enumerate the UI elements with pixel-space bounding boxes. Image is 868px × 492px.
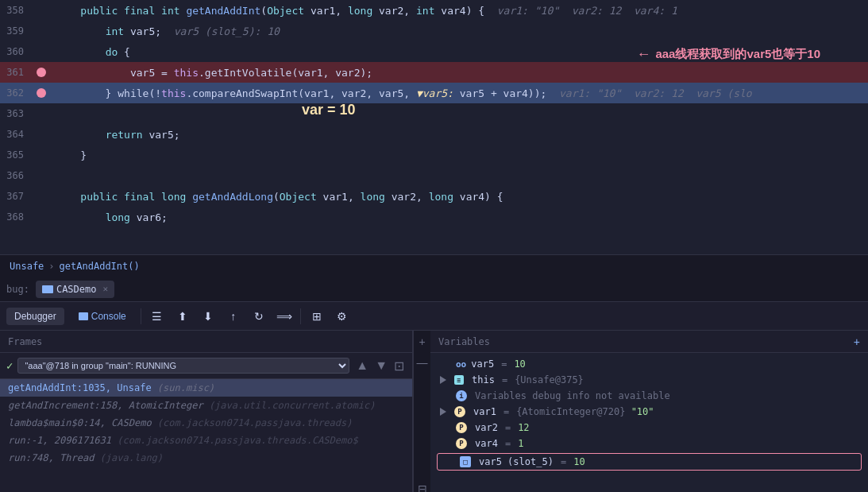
thread-up-button[interactable]: ▲ [354,358,370,374]
line-number-363: 363 [0,108,33,119]
line-number-362: 362 [0,87,33,99]
step-into-button[interactable]: ⬇ [199,307,218,326]
variables-panel: Variables + oo var5 = 10 ≡ this = [430,331,868,492]
breadcrumb-sep: › [48,261,54,272]
side-action-2[interactable]: — [415,354,430,370]
var-eq-this: = [502,374,507,385]
var-icon-p-var4: P [456,438,467,449]
tab-close-icon[interactable]: ✕ [102,284,108,294]
code-content-368: long var6; [49,211,868,223]
breakpoint-dot-361 [37,68,46,77]
code-lines: 358 public final int getAndAddInt(Object… [0,0,868,227]
table-button[interactable]: ⊞ [307,307,326,326]
annotation-text: aaa线程获取到的var5也等于10 [655,47,820,62]
frame-item-4[interactable]: run:748, Thread (java.lang) [0,449,412,467]
line-number-361: 361 [0,67,33,78]
expand-triangle-this [440,376,446,384]
var-item-var4: P var4 = 1 [430,436,868,451]
var-item-var2: P var2 = 12 [430,420,868,436]
add-variable-button[interactable]: + [854,335,860,348]
tab-label: CASDemo [56,284,97,295]
var-eq-0: = [501,358,507,370]
var-val-var1: {AtomicInteger@720} "10" [516,406,654,417]
var-item-var1[interactable]: P var1 = {AtomicInteger@720} "10" [430,404,868,420]
breakpoint-area-362 [33,88,49,98]
var-annotation: var = 10 [302,102,356,118]
list-view-button[interactable]: ☰ [148,307,167,326]
console-tab-button[interactable]: Console [71,308,134,325]
expand-triangle-var1 [440,408,446,416]
line-number-365: 365 [0,149,33,161]
cas-demo-tab[interactable]: CASDemo ✕ [36,281,114,298]
frame-item-0[interactable]: getAndAddInt:1035, Unsafe (sun.misc) [0,379,412,397]
breadcrumb-bar: Unsafe › getAndAddInt() [0,254,868,277]
var-name-this: this [472,374,495,385]
var-icon-this: ≡ [454,375,464,385]
var-eq-var4: = [505,438,511,449]
evaluate-button[interactable]: ⟹ [275,307,294,326]
frame-text-0: getAndAddInt:1035, Unsafe (sun.misc) [8,382,214,393]
var-eq-var1: = [503,406,509,417]
frames-title: Frames [8,336,42,347]
code-content-358: public final int getAndAddInt(Object var… [49,5,868,17]
toolbar-separator-2 [300,308,301,324]
frame-item-1[interactable]: getAndIncrement:158, AtomicInteger (java… [0,397,412,414]
breadcrumb-method[interactable]: getAndAddInt() [60,261,140,272]
var-item-debug-info: i Variables debug info not available [430,388,868,404]
var-list: oo var5 = 10 ≡ this = {Unsafe@375} i [430,353,868,492]
var-eq-var5-slot: = [561,456,566,467]
console-label: Console [91,311,126,322]
var-debug-info-text: Variables debug info not available [475,390,670,401]
frame-text-2: lambda$main$0:14, CASDemo (com.jackson07… [8,417,352,428]
var-item-var5: oo var5 = 10 [430,356,868,372]
step-out-button[interactable]: ↑ [224,307,243,326]
side-action-1[interactable]: + [415,334,430,350]
breakpoint-dot-362 [37,88,46,98]
var-item-this[interactable]: ≡ this = {Unsafe@375} [430,372,868,388]
thread-select[interactable]: "aaa"@718 in group "main": RUNNING [17,358,349,374]
var-item-var5-slot: □ var5 (slot_5) = 10 [437,453,862,471]
thread-filter-button[interactable]: ⊡ [392,358,406,374]
console-icon [79,312,88,320]
step-over-button[interactable]: ⬆ [173,307,192,326]
side-action-3[interactable]: ⊟ [415,481,430,492]
variables-panel-header: Variables + [430,331,868,353]
code-line-359: 359 int var5; var5 (slot_5): 10 [0,21,868,41]
frame-text-3: run:-1, 2096171631 (com.jackson0714.pass… [8,435,358,446]
debug-panels: Frames ✓ "aaa"@718 in group "main": RUNN… [0,331,868,492]
debugger-tab-button[interactable]: Debugger [6,308,64,325]
code-line-361: 361 var5 = this.getIntVolatile(var1, var… [0,62,868,83]
frame-text-1: getAndIncrement:158, AtomicInteger (java… [8,400,375,411]
line-number-364: 364 [0,129,33,140]
debug-label: bug: [6,284,29,295]
var-val-var2: 12 [518,422,529,433]
line-number-367: 367 [0,191,33,202]
code-line-362: 362 } while(!this.compareAndSwapInt(var1… [0,83,868,103]
var-name-var1: var1 [473,406,496,417]
var-val-var5-slot: 10 [573,456,584,467]
run-cursor-button[interactable]: ↻ [249,307,268,326]
code-content-367: public final long getAndAddLong(Object v… [49,191,868,203]
settings-button[interactable]: ⚙ [333,307,352,326]
code-editor: 358 public final int getAndAddInt(Object… [0,0,868,254]
var-icon-info: i [456,390,467,401]
frame-item-2[interactable]: lambda$main$0:14, CASDemo (com.jackson07… [0,414,412,432]
frame-item-3[interactable]: run:-1, 2096171631 (com.jackson0714.pass… [0,432,412,449]
this-keyword-361: this [174,67,199,79]
monitor-icon [42,285,53,293]
breadcrumb-unsafe[interactable]: Unsafe [10,261,44,272]
frame-list: getAndAddInt:1035, Unsafe (sun.misc) get… [0,379,412,492]
thread-down-button[interactable]: ▼ [373,358,389,374]
var-name-var2: var2 [475,422,498,433]
code-content-365: } [49,149,868,161]
line-number-358: 358 [0,5,33,16]
line-number-359: 359 [0,25,33,37]
code-line-364: 364 return var5; [0,124,868,145]
side-actions: + — ⊟ [413,331,430,492]
breakpoint-area-361 [33,68,49,77]
line-number-366: 366 [0,170,33,181]
var-name-var5-slot: var5 (slot_5) [479,456,554,467]
var-name-0: var5 [471,358,494,370]
code-line-367: 367 public final long getAndAddLong(Obje… [0,186,868,207]
annotation-bubble: ← aaa线程获取到的var5也等于10 [636,46,820,63]
